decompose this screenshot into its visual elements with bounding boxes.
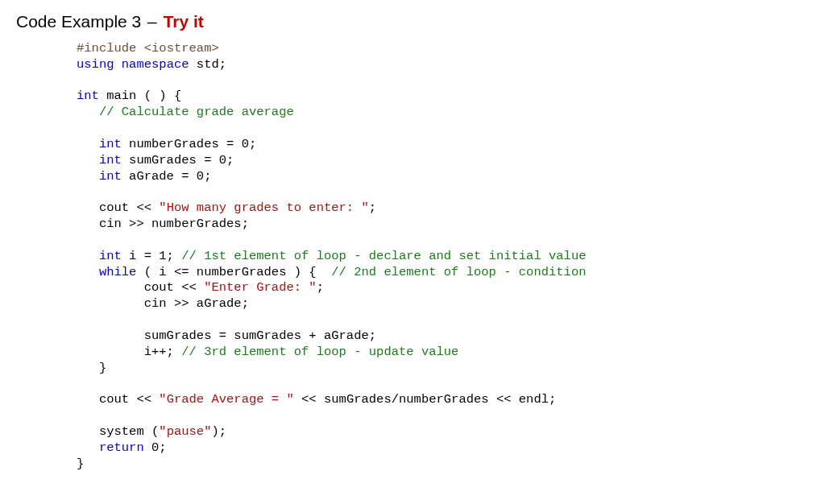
comment-2nd: // 2nd element of loop - condition bbox=[331, 265, 586, 279]
i-decl: i = 1; bbox=[122, 249, 181, 263]
heading-label: Code Example 3 bbox=[16, 12, 141, 31]
cout3-string: "Grade Average = " bbox=[159, 392, 293, 407]
cout2-post: ; bbox=[317, 280, 324, 295]
heading: Code Example 3 – Try it bbox=[16, 12, 809, 31]
cout3-pre: cout << bbox=[99, 392, 159, 407]
sum-line: sumGrades = sumGrades + aGrade; bbox=[144, 328, 376, 343]
cin2: cin >> aGrade; bbox=[144, 296, 249, 311]
kw-while: while bbox=[99, 265, 137, 279]
close-while: } bbox=[99, 361, 106, 375]
cout1-string: "How many grades to enter: " bbox=[159, 200, 368, 215]
system-string: "pause" bbox=[159, 424, 211, 439]
cout1-post: ; bbox=[369, 200, 376, 215]
main-sig: main ( ) { bbox=[99, 89, 181, 103]
cout2-pre: cout << bbox=[144, 280, 204, 295]
system-post: ); bbox=[211, 424, 226, 439]
return-tail: 0; bbox=[144, 440, 167, 455]
kw-int: int bbox=[99, 249, 122, 263]
kw-return: return bbox=[99, 440, 144, 455]
std-tail: std; bbox=[189, 57, 227, 72]
kw-using: using bbox=[77, 57, 114, 72]
cout3-post: << sumGrades/numberGrades << endl; bbox=[294, 392, 557, 407]
code-block: #include <iostream> using namespace std;… bbox=[77, 41, 809, 472]
cout2-string: "Enter Grade: " bbox=[204, 280, 317, 295]
system-pre: system ( bbox=[99, 424, 159, 439]
cin1: cin >> numberGrades; bbox=[99, 217, 249, 231]
heading-dash: – bbox=[147, 12, 157, 31]
decl-numgrades: numberGrades = 0; bbox=[122, 137, 256, 151]
decl-sumgrades: sumGrades = 0; bbox=[122, 153, 234, 167]
comment-calc: // Calculate grade average bbox=[99, 105, 294, 119]
while-cond: ( i <= numberGrades ) { bbox=[136, 265, 331, 279]
close-main: } bbox=[77, 456, 84, 471]
include-target: <iostream> bbox=[136, 41, 218, 56]
comment-1st: // 1st element of loop - declare and set… bbox=[181, 249, 586, 263]
kw-int: int bbox=[99, 153, 122, 167]
kw-int: int bbox=[99, 169, 122, 184]
preproc: #include bbox=[77, 41, 136, 56]
kw-int: int bbox=[99, 137, 122, 151]
ipp: i++; bbox=[144, 345, 182, 359]
kw-namespace: namespace bbox=[114, 57, 189, 72]
decl-agrade: aGrade = 0; bbox=[122, 169, 212, 184]
try-it-link[interactable]: Try it bbox=[164, 12, 204, 31]
cout1-pre: cout << bbox=[99, 200, 159, 215]
comment-3rd: // 3rd element of loop - update value bbox=[181, 345, 458, 359]
kw-int: int bbox=[77, 89, 99, 103]
